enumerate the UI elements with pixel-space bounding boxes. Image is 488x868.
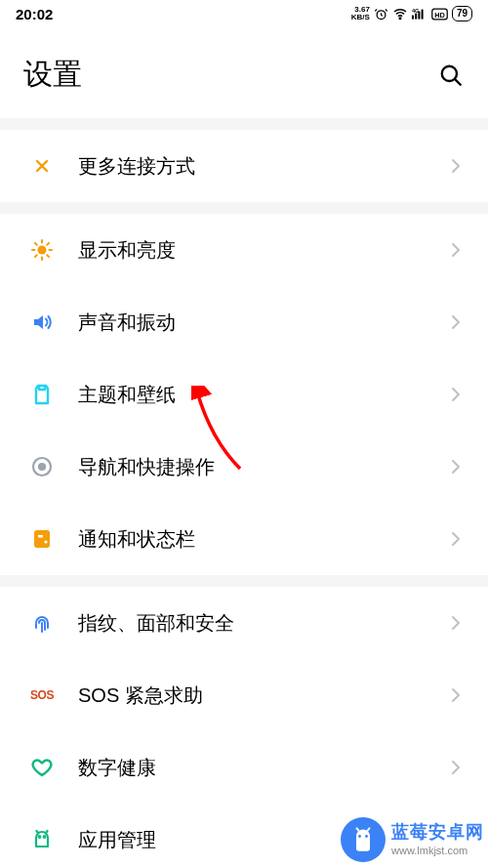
setting-item-sos[interactable]: SOS SOS 紧急求助	[0, 659, 488, 731]
speaker-icon	[29, 310, 55, 335]
search-icon	[438, 62, 464, 88]
svg-point-16	[39, 836, 41, 838]
notification-icon	[29, 526, 55, 552]
group-divider	[0, 202, 488, 214]
svg-point-10	[38, 246, 47, 255]
svg-point-12	[39, 464, 45, 470]
svg-rect-13	[34, 530, 50, 548]
chevron-right-icon	[447, 157, 465, 175]
setting-item-theme[interactable]: 主题和壁纸	[0, 358, 488, 431]
group-divider	[0, 575, 488, 587]
sun-icon	[29, 237, 55, 263]
battery-indicator: 79	[452, 6, 472, 21]
setting-item-more-connections[interactable]: 更多连接方式	[0, 130, 488, 202]
sos-icon: SOS	[29, 682, 55, 708]
fingerprint-icon	[29, 610, 55, 636]
theme-icon	[29, 382, 55, 407]
setting-item-navigation[interactable]: 导航和快捷操作	[0, 431, 488, 503]
item-label: 数字健康	[78, 755, 447, 781]
status-bar: 20:02 3.67 KB/S 4G HD 79	[0, 0, 488, 27]
hd-icon: HD	[431, 8, 448, 21]
svg-rect-4	[415, 14, 417, 20]
watermark-title: 蓝莓安卓网	[391, 823, 484, 843]
item-label: 通知和状态栏	[78, 526, 447, 553]
status-time: 20:02	[16, 6, 53, 22]
svg-point-17	[44, 836, 46, 838]
status-indicators: 3.67 KB/S 4G HD 79	[351, 6, 472, 21]
svg-point-1	[399, 18, 401, 20]
chevron-right-icon	[447, 313, 465, 331]
setting-item-sound[interactable]: 声音和振动	[0, 286, 488, 358]
chevron-right-icon	[447, 241, 465, 259]
chevron-right-icon	[447, 458, 465, 475]
svg-text:HD: HD	[434, 10, 445, 19]
item-label: 显示和亮度	[78, 237, 447, 264]
compass-icon	[29, 454, 55, 479]
connections-icon	[29, 153, 55, 179]
svg-rect-14	[38, 535, 43, 538]
page-header: 设置	[0, 27, 488, 118]
group-divider	[0, 118, 488, 130]
svg-text:4G: 4G	[412, 8, 419, 14]
svg-point-18	[358, 835, 361, 838]
item-label: 主题和壁纸	[78, 382, 447, 408]
item-label: 指纹、面部和安全	[78, 610, 447, 637]
item-label: 更多连接方式	[78, 153, 447, 180]
watermark: 蓝莓安卓网 www.lmkjst.com	[341, 817, 484, 862]
chevron-right-icon	[447, 686, 465, 704]
alarm-icon	[374, 7, 388, 21]
page-title: 设置	[23, 55, 82, 95]
net-speed: 3.67 KB/S	[351, 6, 370, 21]
chevron-right-icon	[447, 386, 465, 403]
svg-rect-5	[418, 12, 420, 20]
chevron-right-icon	[447, 759, 465, 776]
heart-icon	[29, 755, 55, 780]
svg-point-19	[365, 835, 368, 838]
item-label: SOS 紧急求助	[78, 682, 447, 709]
setting-item-notification[interactable]: 通知和状态栏	[0, 503, 488, 575]
item-label: 声音和振动	[78, 310, 447, 336]
item-label: 导航和快捷操作	[78, 454, 447, 480]
cell-signal-icon: 4G	[412, 7, 427, 21]
search-button[interactable]	[437, 62, 465, 89]
android-icon	[29, 827, 55, 852]
watermark-logo-icon	[341, 817, 386, 862]
chevron-right-icon	[447, 614, 465, 632]
svg-point-15	[44, 540, 47, 543]
watermark-url: www.lmkjst.com	[391, 845, 484, 856]
setting-item-digital-wellbeing[interactable]: 数字健康	[0, 731, 488, 804]
watermark-text: 蓝莓安卓网 www.lmkjst.com	[391, 823, 484, 856]
svg-rect-6	[421, 10, 423, 20]
svg-rect-3	[412, 16, 414, 20]
setting-item-security[interactable]: 指纹、面部和安全	[0, 587, 488, 659]
wifi-icon	[392, 6, 408, 21]
setting-item-display[interactable]: 显示和亮度	[0, 214, 488, 286]
chevron-right-icon	[447, 530, 465, 548]
